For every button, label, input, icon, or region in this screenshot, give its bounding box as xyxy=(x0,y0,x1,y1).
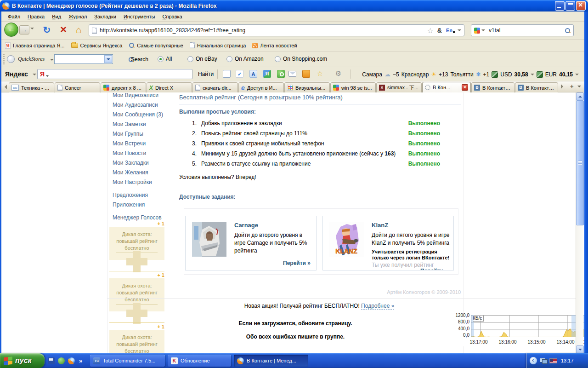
tab-simmax[interactable]: ×simmax - 下... xyxy=(376,82,422,92)
sidebar-item-apps[interactable]: Приложения xyxy=(113,201,177,211)
network-status-icon[interactable] xyxy=(540,358,547,363)
settings-gear-icon[interactable] xyxy=(334,70,342,78)
plus-cross-icon[interactable] xyxy=(126,303,147,324)
quickstores-search-label[interactable]: Search xyxy=(131,56,148,63)
eur-rate[interactable]: 40,15 xyxy=(559,71,573,78)
eur-dropdown-icon[interactable] xyxy=(575,74,579,77)
url-text[interactable]: http://vkontakte.ru/app616100_28334246?r… xyxy=(100,27,427,34)
tab-dostup[interactable]: Доступ в И... xyxy=(238,82,284,92)
bookmark-item[interactable]: Начальная страница xyxy=(190,42,246,48)
scroll-up-icon[interactable] xyxy=(576,92,584,100)
klanz-image[interactable]: KLANZ xyxy=(329,222,364,257)
radio-ebay-icon[interactable] xyxy=(187,56,193,62)
weather-temp[interactable]: +1 xyxy=(483,71,490,78)
sidebar-item-news[interactable]: Мои Новости xyxy=(113,150,177,160)
sidebar-item-notes[interactable]: Мои Заметки xyxy=(113,121,177,131)
url-bar[interactable]: http://vkontakte.ru/app616100_28334246?r… xyxy=(89,24,464,36)
close-button[interactable] xyxy=(576,1,586,11)
key-icon[interactable] xyxy=(277,70,285,78)
sidebar-item-bookmarks[interactable]: Мои Закладки xyxy=(113,160,177,169)
flag-icon[interactable] xyxy=(549,358,557,363)
search-engine-dropdown-icon[interactable] xyxy=(481,29,485,33)
eur-code[interactable]: EUR xyxy=(545,71,557,78)
radio-amazon-icon[interactable] xyxy=(226,56,232,62)
tab-vizualnye[interactable]: Визуальны... xyxy=(284,82,330,92)
back-button[interactable] xyxy=(4,23,18,37)
photos-icon[interactable] xyxy=(302,70,310,78)
radio-shopping[interactable]: On Shopping.com xyxy=(275,55,329,62)
toolbar-grip[interactable] xyxy=(3,54,5,64)
quickstores-brand[interactable]: QuickStores xyxy=(18,56,45,63)
tab-vkontakte-3[interactable]: ВВ Контакте... xyxy=(515,82,558,92)
radio-ebay[interactable]: On eBay xyxy=(187,55,219,62)
new-tab-icon[interactable]: + xyxy=(570,83,574,90)
usd-code[interactable]: USD xyxy=(500,71,512,78)
menu-bookmarks[interactable]: Закладки xyxy=(90,12,120,21)
plus-cross-icon[interactable] xyxy=(126,251,147,272)
google-icon[interactable] xyxy=(474,28,480,34)
usd-chart-icon[interactable] xyxy=(492,71,498,78)
tab-vkontakte-2[interactable]: ВВ Контакте... xyxy=(471,82,514,92)
carnage-image[interactable] xyxy=(192,222,226,257)
maximize-button[interactable] xyxy=(565,1,575,11)
scroll-down-icon[interactable] xyxy=(576,345,584,353)
search-box[interactable]: v1tal xyxy=(471,24,574,36)
eur-chart-icon[interactable] xyxy=(537,71,543,78)
forward-button[interactable] xyxy=(19,25,29,34)
ad-unit[interactable]: + 1 Дикая охота:повышай рейтингбесплатно xyxy=(109,221,164,272)
combobox-dropdown-icon[interactable] xyxy=(104,55,112,63)
home-button[interactable] xyxy=(73,24,85,36)
radio-amazon[interactable]: On Amazon xyxy=(226,55,266,62)
tab-close-icon[interactable]: × xyxy=(462,84,468,91)
taskbar-button-update[interactable]: K Обновление xyxy=(168,355,231,367)
sidebar-item-offers[interactable]: Предложения xyxy=(113,192,177,201)
quickstores-dropdown-icon[interactable] xyxy=(50,59,54,63)
bookmark-item[interactable]: Самые популярные xyxy=(129,42,183,48)
menu-file[interactable]: Файл xyxy=(4,12,24,21)
sidebar-item-audios[interactable]: Мои Аудиозаписи xyxy=(113,102,177,111)
taskbar-button-vkontakte[interactable]: В Контакте | Менед... xyxy=(234,355,308,367)
weather-temp[interactable]: +13 xyxy=(439,71,448,78)
weather-city[interactable]: Самара xyxy=(362,71,382,78)
translator-pair-icon[interactable]: Я xyxy=(263,70,271,78)
card-title[interactable]: Carnage xyxy=(234,222,258,229)
comments-icon[interactable] xyxy=(223,70,231,78)
taskbar-button-totalcmd[interactable]: TC Total Commander 7.5... xyxy=(90,355,165,367)
bookmark-star-icon[interactable] xyxy=(427,26,433,35)
tab-vkontakte-active[interactable]: В Кон...× xyxy=(422,82,471,92)
yandex-search-input[interactable]: Я xyxy=(37,69,192,79)
search-input[interactable]: v1tal xyxy=(489,27,565,34)
menu-view[interactable]: Вид xyxy=(48,12,65,21)
menu-history[interactable]: Журнал xyxy=(65,12,90,21)
quicklaunch-overflow-icon[interactable] xyxy=(79,357,82,364)
language-badge[interactable]: En xyxy=(446,28,455,33)
clock[interactable]: 13:17 xyxy=(561,358,574,363)
quickstores-combobox[interactable] xyxy=(54,54,113,64)
card-go-link[interactable]: Перейти » xyxy=(283,260,311,266)
mail-icon[interactable] xyxy=(288,71,296,77)
quicklaunch-disk-icon[interactable] xyxy=(48,357,55,364)
vertical-scrollbar[interactable] xyxy=(576,92,583,353)
card-title[interactable]: KlanZ xyxy=(372,222,388,229)
favorites-star-icon[interactable] xyxy=(316,70,324,78)
search-go-icon[interactable] xyxy=(565,28,571,34)
weather-temp[interactable]: −5 xyxy=(393,71,399,78)
menu-tools[interactable]: Инструменты xyxy=(120,12,159,21)
radio-all-icon[interactable] xyxy=(158,56,164,62)
tray-collapse-icon[interactable] xyxy=(530,357,537,364)
usd-dropdown-icon[interactable] xyxy=(531,74,534,77)
history-dropdown-icon[interactable] xyxy=(30,28,34,31)
sidebar-item-messages[interactable]: Мои Сообщения (3) xyxy=(113,111,177,121)
stop-button[interactable] xyxy=(57,24,69,36)
tab-win98[interactable]: win 98 se is... xyxy=(330,82,376,92)
bookmark-item[interactable]: ЯГлавная страница Я... xyxy=(5,42,65,49)
spellcheck-icon[interactable]: ✓ xyxy=(236,70,243,78)
sidebar-item-settings[interactable]: Мои Настройки xyxy=(113,179,177,189)
tab-tehnika[interactable]: ttileТехника - м... xyxy=(9,82,54,92)
start-button[interactable]: пуск xyxy=(0,353,45,368)
yandex-find-button[interactable]: Найти xyxy=(198,71,214,77)
radio-shopping-icon[interactable] xyxy=(275,56,281,62)
scrollbar-thumb[interactable] xyxy=(576,100,584,225)
bookmark-item[interactable]: Сервисы Яндекса xyxy=(71,43,123,48)
minimize-button[interactable] xyxy=(555,1,565,11)
